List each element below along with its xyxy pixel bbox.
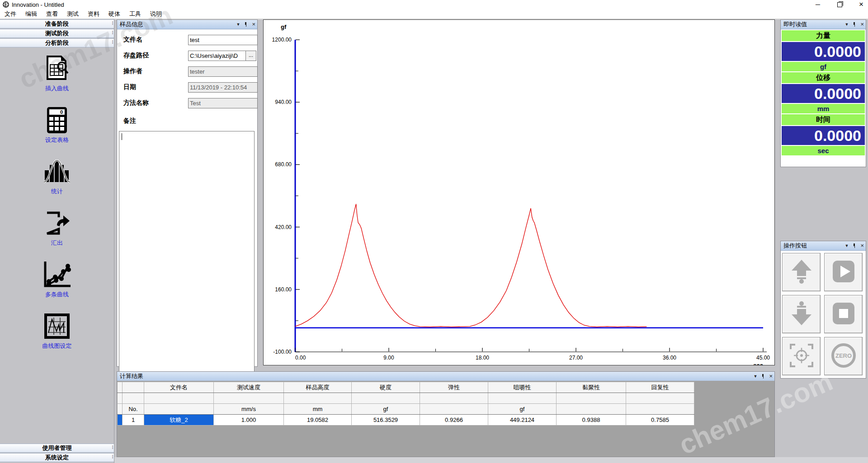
- results-header-cell: [123, 382, 144, 393]
- window-controls: ─ ×: [815, 0, 864, 9]
- value-cell-1[interactable]: 19.0582: [284, 415, 352, 426]
- readout-header: 即时读值 ▼×: [781, 20, 866, 29]
- target-button[interactable]: [782, 337, 821, 375]
- readout-panel: 即时读值 ▼× 力量0.0000gf位移0.0000mm时间0.0000sec: [780, 19, 866, 167]
- sidebar-bottom-tab-1-label: 系统设定: [45, 454, 69, 462]
- dropdown-icon[interactable]: ▼: [236, 23, 240, 27]
- restore-button[interactable]: [836, 1, 843, 8]
- sidebar: 准备阶段⁞测试阶段⁞分析阶段⁞ 插入曲线0设定表格统计汇出多条曲线曲线图设定 使…: [0, 19, 114, 463]
- tool-set-table[interactable]: 0设定表格: [0, 105, 114, 144]
- arrow-up-icon: [790, 259, 813, 286]
- minimize-button[interactable]: ─: [815, 1, 821, 8]
- menu-item-3[interactable]: 测试: [62, 9, 83, 19]
- multi-curve-icon: [42, 260, 71, 290]
- readout-value: 0.0000: [782, 126, 865, 145]
- value-cell-3[interactable]: 0.9266: [420, 415, 488, 426]
- column-header-0: 文件名: [144, 382, 214, 393]
- field-input-1[interactable]: [188, 51, 247, 61]
- results-header-cell: [557, 404, 626, 415]
- results-title: 计算结果: [120, 372, 143, 380]
- close-icon[interactable]: ×: [860, 243, 864, 248]
- notes-label: 备注: [123, 117, 136, 125]
- svg-text:gf: gf: [281, 23, 287, 30]
- force-time-chart: -100.00160.00420.00680.00940.001200.000.…: [264, 20, 774, 365]
- probe-down-button[interactable]: [782, 295, 821, 333]
- dropdown-icon[interactable]: ▼: [753, 374, 757, 379]
- sidebar-top-tabs: 准备阶段⁞测试阶段⁞分析阶段⁞: [0, 19, 114, 47]
- sample-info-panel: 样品信息 ▼× 文件名存盘路径...操作者日期方法名称备注: [117, 19, 258, 367]
- zero-button[interactable]: ZERO: [824, 337, 863, 375]
- value-cell-6[interactable]: 0.7585: [626, 415, 694, 426]
- file-name-cell[interactable]: 软糖_2: [144, 415, 214, 426]
- menu-item-7[interactable]: 说明: [146, 9, 166, 19]
- value-cell-2[interactable]: 516.3529: [352, 415, 420, 426]
- svg-text:sec: sec: [753, 362, 763, 365]
- value-cell-4[interactable]: 449.2124: [488, 415, 557, 426]
- menu-item-5[interactable]: 硬体: [104, 9, 125, 19]
- close-icon[interactable]: ×: [252, 21, 255, 27]
- results-header-cell: [123, 393, 144, 404]
- tool-export[interactable]: 汇出: [0, 208, 114, 247]
- svg-text:680.00: 680.00: [275, 161, 292, 168]
- stop-button[interactable]: [824, 295, 863, 333]
- pin-icon[interactable]: [244, 22, 248, 27]
- menu-item-1[interactable]: 编辑: [21, 9, 42, 19]
- menu-item-6[interactable]: 工具: [125, 9, 146, 19]
- field-input-4[interactable]: [188, 98, 258, 108]
- pin-icon[interactable]: [853, 243, 856, 248]
- target-icon: [789, 343, 814, 370]
- svg-text:160.00: 160.00: [275, 286, 292, 293]
- sidebar-tab-1[interactable]: 测试阶段⁞: [0, 29, 114, 38]
- table-row[interactable]: 1软糖_21.00019.0582516.35290.9266449.21240…: [118, 415, 694, 426]
- column-header-4: 弹性: [420, 382, 488, 393]
- field-label-1: 存盘路径: [123, 51, 149, 60]
- sidebar-tab-2[interactable]: 分析阶段⁞: [0, 38, 114, 47]
- results-body: 文件名测试速度样品高度硬度弹性咀嚼性黏聚性回复性No.mm/smmgfgf1软糖…: [117, 381, 774, 457]
- dropdown-icon[interactable]: ▼: [844, 23, 849, 27]
- column-header-5: 咀嚼性: [488, 382, 557, 393]
- readout-label: 时间: [782, 114, 865, 125]
- statistics-icon: [43, 157, 71, 187]
- sidebar-tab-2-label: 分析阶段: [45, 39, 69, 47]
- field-input-3[interactable]: [188, 82, 258, 93]
- field-input-2[interactable]: [188, 66, 258, 77]
- tool-multi-curve[interactable]: 多条曲线: [0, 260, 114, 299]
- column-header-6: 黏聚性: [557, 382, 626, 393]
- set-table-icon: 0: [45, 105, 69, 135]
- tool-statistics[interactable]: 统计: [0, 157, 114, 196]
- field-label-2: 操作者: [123, 67, 142, 75]
- menu-item-2[interactable]: 查看: [42, 9, 62, 19]
- pin-icon[interactable]: [761, 374, 765, 379]
- close-icon[interactable]: ×: [860, 21, 864, 27]
- field-input-0[interactable]: [188, 35, 258, 45]
- sidebar-bottom-tab-1[interactable]: 系统设定⁞: [0, 453, 114, 462]
- tool-curve-settings[interactable]: 曲线图设定: [0, 311, 114, 350]
- readout-1: 位移0.0000mm: [782, 72, 865, 113]
- tool-label: 统计: [51, 187, 63, 196]
- sidebar-tab-0-label: 准备阶段: [45, 20, 69, 28]
- results-header-cell: [118, 404, 123, 415]
- value-cell-5[interactable]: 0.9388: [557, 415, 626, 426]
- readout-unit: gf: [782, 62, 865, 71]
- readout-unit: sec: [782, 146, 865, 155]
- svg-text:ZERO: ZERO: [835, 352, 851, 359]
- menu-item-0[interactable]: 文件: [0, 9, 21, 19]
- menu-item-4[interactable]: 资料: [83, 9, 104, 19]
- value-cell-0[interactable]: 1.000: [214, 415, 284, 426]
- application-window: Innovation - Untitled ─ × 文件编辑查看测试资料硬体工具…: [0, 0, 868, 463]
- row-number: 1: [123, 415, 144, 426]
- run-button[interactable]: [824, 253, 863, 291]
- notes-textarea[interactable]: [119, 131, 255, 373]
- readout-label: 力量: [782, 30, 865, 41]
- sidebar-bottom-tab-0[interactable]: 使用者管理⁞: [0, 444, 114, 453]
- probe-up-button[interactable]: [782, 253, 821, 291]
- close-button[interactable]: ×: [858, 1, 864, 8]
- operation-buttons-grid: ZERO: [782, 253, 863, 375]
- sidebar-tab-0[interactable]: 准备阶段⁞: [0, 19, 114, 28]
- dropdown-icon[interactable]: ▼: [844, 244, 849, 248]
- operation-buttons-title: 操作按钮: [783, 242, 807, 250]
- browse-button[interactable]: ...: [245, 51, 256, 61]
- close-icon[interactable]: ×: [769, 373, 773, 379]
- tool-insert-curve[interactable]: 插入曲线: [0, 54, 114, 93]
- pin-icon[interactable]: [853, 22, 856, 27]
